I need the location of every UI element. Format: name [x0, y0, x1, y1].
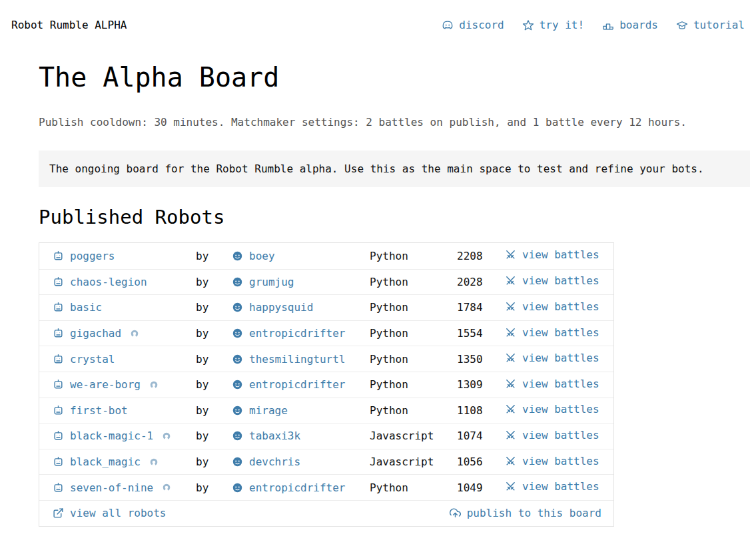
robot-link[interactable]: first-bot	[70, 404, 128, 417]
view-battles-label: view battles	[522, 300, 599, 313]
crossed-swords-icon	[505, 429, 516, 441]
board-settings-text: Publish cooldown: 30 minutes. Matchmaker…	[39, 116, 737, 129]
view-battles-link[interactable]: view battles	[505, 300, 599, 313]
robot-link[interactable]: crystal	[70, 353, 115, 366]
robot-link[interactable]: we-are-borg	[70, 378, 141, 391]
view-battles-link[interactable]: view battles	[505, 455, 599, 467]
nav-tutorial-label: tutorial	[693, 19, 745, 31]
crossed-swords-icon	[505, 249, 516, 260]
by-label: by	[196, 378, 232, 391]
robot-link[interactable]: black_magic	[70, 455, 141, 468]
user-icon	[232, 354, 243, 365]
open-source-icon	[129, 328, 140, 339]
author-link[interactable]: entropicdrifter	[249, 327, 346, 340]
star-icon	[522, 19, 534, 31]
nav-tutorial[interactable]: tutorial	[676, 19, 745, 31]
rating-value: 1554	[457, 327, 485, 340]
rating-value: 2028	[457, 276, 485, 288]
by-label: by	[196, 327, 232, 340]
author-link[interactable]: boey	[249, 250, 275, 262]
table-row: first-bot by mirage Python 1108	[39, 398, 613, 423]
robot-icon	[53, 379, 64, 390]
view-battles-label: view battles	[522, 378, 599, 390]
robot-link[interactable]: basic	[70, 301, 102, 314]
user-icon	[232, 456, 243, 467]
by-label: by	[196, 301, 232, 314]
by-label: by	[196, 481, 232, 494]
rating-value: 1309	[457, 378, 485, 391]
author-link[interactable]: tabaxi3k	[249, 429, 300, 442]
publish-to-board-label: publish to this board	[467, 507, 601, 519]
view-battles-link[interactable]: view battles	[505, 480, 599, 493]
user-icon	[232, 250, 243, 262]
nav-try-it-label: try it!	[540, 19, 584, 31]
view-battles-link[interactable]: view battles	[505, 352, 599, 364]
author-link[interactable]: happysquid	[249, 301, 313, 314]
author-link[interactable]: entropicdrifter	[249, 378, 346, 391]
robot-icon	[53, 482, 64, 493]
publish-to-board-link[interactable]: publish to this board	[450, 507, 601, 519]
robot-link[interactable]: black-magic-1	[70, 429, 153, 442]
robot-icon	[53, 328, 64, 339]
nav-discord-label: discord	[459, 19, 504, 31]
author-link[interactable]: mirage	[249, 404, 288, 417]
rating-value: 1350	[457, 353, 485, 366]
rating-value: 1056	[457, 455, 485, 468]
robot-link[interactable]: poggers	[70, 250, 115, 262]
robots-table-body: poggers by boey Python 2208	[39, 243, 613, 500]
robot-link[interactable]: gigachad	[70, 327, 121, 340]
crossed-swords-icon	[505, 301, 516, 312]
view-all-robots-link[interactable]: view all robots	[53, 507, 167, 519]
author-link[interactable]: grumjug	[249, 276, 294, 288]
top-nav: discord try it! boards	[442, 19, 745, 31]
by-label: by	[196, 429, 232, 442]
page-title: The Alpha Board	[39, 62, 750, 93]
user-icon	[232, 430, 243, 441]
table-row: gigachad by entropicdrifter Python 1554	[39, 320, 613, 346]
view-battles-label: view battles	[522, 429, 599, 441]
rating-value: 1784	[457, 301, 485, 314]
nav-boards[interactable]: boards	[602, 19, 658, 31]
rating-value: 1108	[457, 404, 485, 417]
by-label: by	[196, 250, 232, 262]
nav-try-it[interactable]: try it!	[522, 19, 584, 31]
crossed-swords-icon	[505, 275, 516, 286]
view-battles-link[interactable]: view battles	[505, 326, 599, 339]
view-battles-link[interactable]: view battles	[505, 429, 599, 441]
robot-icon	[53, 430, 64, 441]
language-label: Javascript	[370, 455, 457, 468]
language-label: Python	[370, 327, 457, 340]
view-battles-label: view battles	[522, 248, 599, 261]
crossed-swords-icon	[505, 455, 516, 467]
user-icon	[232, 302, 243, 313]
user-icon	[232, 379, 243, 390]
view-battles-label: view battles	[522, 403, 599, 416]
robot-link[interactable]: chaos-legion	[70, 276, 147, 288]
robot-icon	[53, 405, 64, 416]
boards-icon	[602, 19, 614, 31]
view-battles-link[interactable]: view battles	[505, 378, 599, 390]
brand[interactable]: Robot Rumble ALPHA	[11, 19, 127, 31]
nav-discord[interactable]: discord	[442, 19, 504, 31]
crossed-swords-icon	[505, 378, 516, 390]
language-label: Python	[370, 353, 457, 366]
view-battles-label: view battles	[522, 274, 599, 287]
robot-link[interactable]: seven-of-nine	[70, 481, 153, 494]
user-icon	[232, 276, 243, 288]
language-label: Python	[370, 276, 457, 288]
open-source-icon	[149, 380, 159, 390]
user-icon	[232, 482, 243, 493]
view-battles-link[interactable]: view battles	[505, 248, 599, 261]
view-battles-link[interactable]: view battles	[505, 274, 599, 287]
view-battles-link[interactable]: view battles	[505, 403, 599, 416]
author-link[interactable]: devchris	[249, 455, 300, 468]
author-link[interactable]: entropicdrifter	[249, 481, 346, 494]
robot-icon	[53, 354, 64, 365]
rating-value: 1049	[457, 481, 485, 494]
board-description: The ongoing board for the Robot Rumble a…	[39, 150, 750, 187]
user-icon	[232, 405, 243, 416]
table-row: seven-of-nine by entropicdrifter Python …	[39, 474, 613, 500]
author-link[interactable]: thesmilingturtl	[249, 353, 346, 366]
rating-value: 2208	[457, 250, 485, 262]
view-battles-label: view battles	[522, 455, 599, 467]
